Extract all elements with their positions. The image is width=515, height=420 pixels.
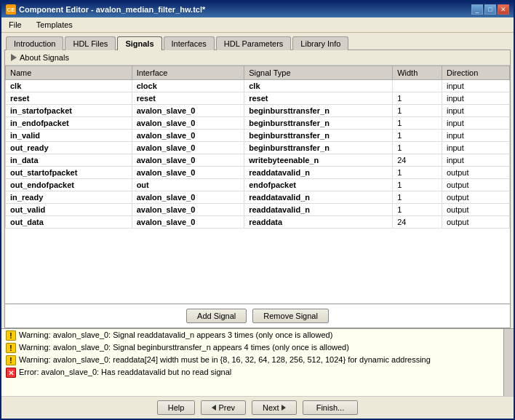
warning-text: Warning: avalon_slave_0: Signal beginbur…	[19, 342, 499, 353]
tab-interfaces[interactable]: Interfaces	[164, 36, 215, 50]
tab-introduction[interactable]: Introduction	[6, 36, 63, 50]
next-arrow-icon	[282, 405, 286, 411]
menu-bar: File Templates	[1, 17, 514, 33]
about-signals-section: About Signals	[5, 50, 510, 66]
tab-library-info[interactable]: Library Info	[292, 36, 348, 50]
menu-file[interactable]: File	[4, 19, 26, 31]
warnings-wrapper: !Warning: avalon_slave_0: Signal readdat…	[1, 328, 514, 396]
add-signal-button[interactable]: Add Signal	[186, 309, 247, 323]
table-row[interactable]: in_dataavalon_slave_0writebyteenable_n24…	[6, 154, 510, 167]
col-direction: Direction	[442, 66, 509, 80]
tab-content: About Signals Name Interface Signal Type…	[4, 49, 511, 328]
tab-hdl-files[interactable]: HDL Files	[65, 36, 116, 50]
col-signal-type: Signal Type	[244, 66, 393, 80]
col-width: Width	[393, 66, 442, 80]
tab-hdl-parameters[interactable]: HDL Parameters	[216, 36, 292, 50]
table-row[interactable]: in_validavalon_slave_0beginbursttransfer…	[6, 130, 510, 142]
warning-text: Warning: avalon_slave_0: Signal readdata…	[19, 330, 499, 341]
warning-icon: !	[6, 355, 16, 365]
collapse-triangle-icon[interactable]	[11, 54, 17, 61]
signal-action-buttons: Add Signal Remove Signal	[5, 304, 510, 328]
window-title: Component Editor - avalon_median_filter_…	[19, 5, 205, 14]
menu-templates[interactable]: Templates	[32, 19, 77, 31]
prev-button[interactable]: Prev	[201, 400, 246, 415]
close-button[interactable]: ✕	[498, 4, 509, 15]
warning-text: Warning: avalon_slave_0: readdata[24] wi…	[19, 354, 499, 365]
warning-icon: !	[6, 330, 16, 341]
remove-signal-button[interactable]: Remove Signal	[252, 309, 329, 323]
tabs-bar: Introduction HDL Files Signals Interface…	[1, 33, 514, 49]
warnings-scrollbar[interactable]	[503, 329, 514, 396]
prev-arrow-icon	[212, 405, 216, 411]
minimize-button[interactable]: _	[471, 4, 483, 15]
tab-signals[interactable]: Signals	[117, 36, 161, 50]
col-name: Name	[6, 66, 132, 80]
error-icon: ✕	[6, 368, 16, 378]
table-row[interactable]: out_endofpacketoutendofpacket1output	[6, 179, 510, 191]
help-button[interactable]: Help	[157, 400, 196, 415]
title-buttons: _ □ ✕	[471, 4, 509, 15]
prev-label: Prev	[218, 403, 235, 412]
main-window: CE Component Editor - avalon_median_filt…	[0, 0, 515, 420]
warning-item: ✕Error: avalon_slave_0: Has readdatavali…	[1, 366, 503, 379]
warning-icon: !	[6, 343, 16, 353]
title-bar: CE Component Editor - avalon_median_filt…	[1, 1, 514, 17]
table-row[interactable]: out_validavalon_slave_0readdatavalid_n1o…	[6, 204, 510, 216]
signals-table: Name Interface Signal Type Width Directi…	[5, 66, 510, 229]
signals-table-container[interactable]: Name Interface Signal Type Width Directi…	[5, 66, 510, 304]
table-row[interactable]: resetresetreset1input	[6, 92, 510, 105]
warning-item: !Warning: avalon_slave_0: readdata[24] w…	[1, 354, 503, 366]
warning-item: !Warning: avalon_slave_0: Signal readdat…	[1, 329, 503, 341]
table-row[interactable]: in_startofpacketavalon_slave_0beginburst…	[6, 105, 510, 117]
table-row[interactable]: out_startofpacketavalon_slave_0readdatav…	[6, 167, 510, 179]
next-button[interactable]: Next	[252, 400, 297, 415]
bottom-bar: Help Prev Next Finish...	[1, 396, 514, 419]
warning-item: !Warning: avalon_slave_0: Signal beginbu…	[1, 341, 503, 354]
warnings-area: !Warning: avalon_slave_0: Signal readdat…	[1, 329, 503, 396]
app-icon: CE	[6, 4, 16, 15]
next-label: Next	[263, 403, 279, 412]
col-interface: Interface	[132, 66, 244, 80]
maximize-button[interactable]: □	[484, 4, 496, 15]
table-row[interactable]: clkclockclkinput	[6, 80, 510, 92]
warnings-list: !Warning: avalon_slave_0: Signal readdat…	[1, 329, 503, 379]
table-row[interactable]: out_readyavalon_slave_0beginbursttransfe…	[6, 142, 510, 154]
warning-text: Error: avalon_slave_0: Has readdatavalid…	[19, 367, 499, 378]
title-bar-left: CE Component Editor - avalon_median_filt…	[6, 4, 205, 15]
table-row[interactable]: out_dataavalon_slave_0readdata24output	[6, 216, 510, 229]
table-row[interactable]: in_readyavalon_slave_0readdatavalid_n1ou…	[6, 191, 510, 204]
signals-table-body: clkclockclkinputresetresetreset1inputin_…	[6, 80, 510, 229]
table-header-row: Name Interface Signal Type Width Directi…	[6, 66, 510, 80]
about-signals-label: About Signals	[20, 53, 69, 62]
finish-button[interactable]: Finish...	[303, 400, 359, 415]
table-row[interactable]: in_endofpacketavalon_slave_0beginbursttr…	[6, 117, 510, 130]
